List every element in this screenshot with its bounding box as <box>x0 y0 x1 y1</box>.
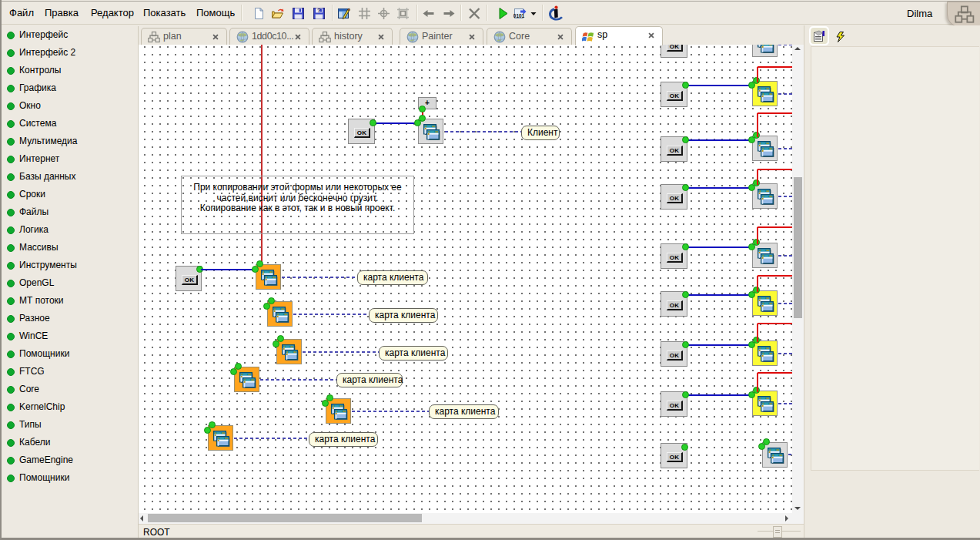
svg-text:?: ? <box>317 7 321 14</box>
svg-text:0101: 0101 <box>513 13 525 18</box>
